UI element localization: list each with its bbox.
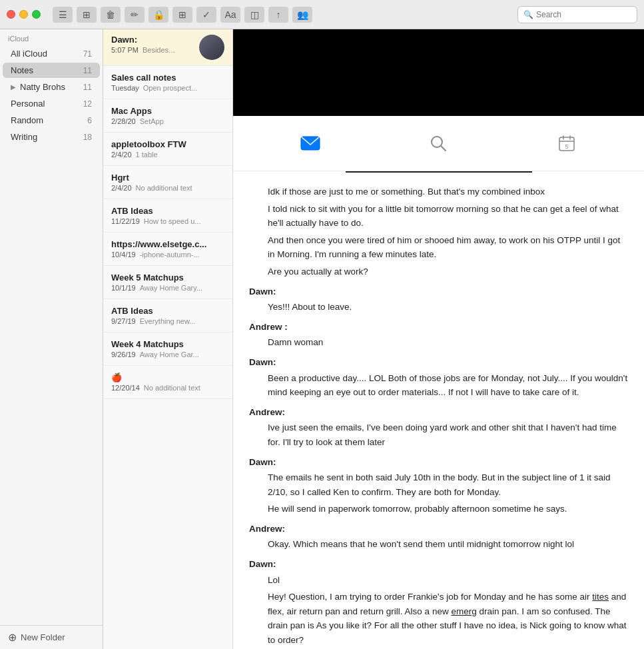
note-meta: 2/28/20 SetApp bbox=[111, 117, 224, 125]
sidebar-item-random[interactable]: Random 6 bbox=[3, 113, 100, 128]
note-action-bar: 5 bbox=[233, 116, 644, 171]
note-preview: -iphone-autumn-... bbox=[140, 251, 200, 259]
note-meta: 10/4/19 -iphone-autumn-... bbox=[111, 251, 224, 259]
plus-icon: ⊕ bbox=[8, 631, 17, 644]
sidebar-toggle-icon[interactable]: ☰ bbox=[53, 7, 73, 23]
message-sender: Dawn: bbox=[249, 285, 628, 299]
note-item-week5[interactable]: Week 5 Matchups 10/1/19 Away Home Gary..… bbox=[103, 266, 232, 299]
font-icon[interactable]: Aa bbox=[220, 7, 240, 23]
message-text: Okay. Which means that he won't send the… bbox=[249, 537, 628, 552]
sidebar-item-personal[interactable]: Personal 12 bbox=[3, 96, 100, 111]
note-item-hgrt[interactable]: Hgrt 2/4/20 No additional text bbox=[103, 166, 232, 199]
sidebar-item-writing[interactable]: Writing 18 bbox=[3, 129, 100, 145]
sidebar-item-count: 18 bbox=[83, 133, 92, 142]
note-meta: 2/4/20 1 table bbox=[111, 151, 224, 159]
avatar bbox=[199, 35, 224, 60]
compose-icon[interactable]: ✏ bbox=[125, 7, 145, 23]
note-meta: 5:07 PM Besides... bbox=[111, 46, 194, 54]
note-meta: 12/20/14 No additional text bbox=[111, 384, 224, 392]
note-item-apple[interactable]: 🍎 12/20/14 No additional text bbox=[103, 366, 232, 399]
sidebar-item-notes[interactable]: Notes 11 bbox=[3, 63, 100, 78]
note-date: 2/4/20 bbox=[111, 184, 132, 192]
search-input[interactable] bbox=[536, 10, 631, 19]
underline-emerg: emerg bbox=[451, 606, 476, 616]
titlebar: ☰ ⊞ 🗑 ✏ 🔒 ⊞ ✓ Aa ◫ ↑ 👥 🔍 bbox=[0, 0, 644, 29]
search-bar[interactable]: 🔍 bbox=[517, 6, 637, 23]
message-text: And then once you were tired of him or s… bbox=[249, 233, 628, 262]
note-item-appletoolbox[interactable]: appletoolbox FTW 2/4/20 1 table bbox=[103, 133, 232, 166]
note-meta: 9/27/19 Everything new... bbox=[111, 317, 224, 325]
message-text: Yes!!! About to leave. bbox=[249, 300, 628, 315]
note-meta: 9/26/19 Away Home Gar... bbox=[111, 350, 224, 358]
share-icon[interactable]: ↑ bbox=[268, 7, 288, 23]
message-text: Been a productive day.... LOL Both of th… bbox=[249, 371, 628, 400]
sidebar-item-natty-brohs[interactable]: ▶ Natty Brohs 11 bbox=[3, 79, 100, 95]
message-sender: Dawn: bbox=[249, 455, 628, 470]
note-title: Mac Apps bbox=[111, 106, 224, 116]
sidebar-item-count: 12 bbox=[83, 99, 92, 109]
note-title: ATB Ideas bbox=[111, 206, 224, 216]
note-preview: Everything new... bbox=[140, 317, 196, 325]
sidebar-item-count: 11 bbox=[83, 66, 92, 75]
note-title: Week 5 Matchups bbox=[111, 273, 224, 283]
note-preview: SetApp bbox=[140, 117, 164, 125]
message-sender: Dawn: bbox=[249, 355, 628, 370]
people-icon[interactable]: 👥 bbox=[292, 7, 312, 23]
note-detail: 5 Idk if those are just to me or somethi… bbox=[233, 29, 644, 649]
sidebar-item-label: Random bbox=[11, 115, 43, 125]
note-date: 10/1/19 bbox=[111, 284, 136, 292]
sidebar-item-all-icloud[interactable]: All iCloud 71 bbox=[3, 46, 100, 61]
sidebar-item-label: Writing bbox=[11, 132, 37, 142]
trash-icon[interactable]: 🗑 bbox=[101, 7, 121, 23]
message-text: Are you actually at work? bbox=[249, 265, 628, 279]
note-preview: No additional text bbox=[136, 184, 192, 192]
search-icon: 🔍 bbox=[523, 10, 533, 19]
lock-icon[interactable]: 🔒 bbox=[149, 7, 168, 23]
maximize-button[interactable] bbox=[32, 10, 41, 19]
message-sender: Andrew : bbox=[249, 320, 628, 334]
close-button[interactable] bbox=[7, 10, 15, 19]
note-item-week4[interactable]: Week 4 Matchups 9/26/19 Away Home Gar... bbox=[103, 332, 232, 366]
note-title: ATB Ideas bbox=[111, 306, 224, 316]
note-preview: No additional text bbox=[144, 384, 200, 392]
note-meta: 11/22/19 How to speed u... bbox=[111, 217, 224, 225]
sidebar-footer: ⊕ New Folder bbox=[0, 625, 103, 649]
new-folder-button[interactable]: ⊕ New Folder bbox=[8, 631, 65, 644]
note-title: Hgrt bbox=[111, 173, 224, 183]
sidebar-item-label: Notes bbox=[11, 65, 33, 75]
note-item-sales[interactable]: Sales call notes Tuesday Open prospect..… bbox=[103, 66, 232, 99]
minimize-button[interactable] bbox=[19, 10, 28, 19]
message-text: He will send in paperwork tomorrow, prob… bbox=[249, 502, 628, 516]
note-list: Dawn: 5:07 PM Besides... Sales call note… bbox=[103, 29, 233, 649]
note-content[interactable]: Idk if those are just to me or something… bbox=[233, 178, 644, 649]
view-options-icon[interactable]: ◫ bbox=[244, 7, 264, 23]
table-icon[interactable]: ⊞ bbox=[172, 7, 192, 23]
main-layout: iCloud All iCloud 71 Notes 11 ▶ Natty Br… bbox=[0, 29, 644, 649]
note-date: 5:07 PM bbox=[111, 46, 139, 54]
note-item-dawn[interactable]: Dawn: 5:07 PM Besides... bbox=[103, 29, 232, 66]
note-header-image bbox=[233, 29, 644, 116]
note-title: appletoolbox FTW bbox=[111, 139, 224, 149]
note-preview: Besides... bbox=[143, 46, 174, 54]
sidebar-item-count: 6 bbox=[87, 116, 92, 125]
svg-line-2 bbox=[441, 146, 446, 151]
note-date: 2/28/20 bbox=[111, 117, 136, 125]
note-item-atb-ideas-1[interactable]: ATB Ideas 11/22/19 How to speed u... bbox=[103, 199, 232, 233]
sidebar-item-label: Natty Brohs bbox=[20, 82, 65, 92]
traffic-lights bbox=[7, 10, 41, 19]
mail-action-icon[interactable] bbox=[294, 127, 327, 160]
grid-view-icon[interactable]: ⊞ bbox=[77, 7, 97, 23]
note-date: 2/4/20 bbox=[111, 151, 132, 159]
new-folder-label: New Folder bbox=[21, 632, 65, 642]
note-item-elsetge[interactable]: https://www.elsetge.c... 10/4/19 -iphone… bbox=[103, 233, 232, 266]
calendar-action-icon[interactable]: 5 bbox=[550, 127, 583, 160]
search-action-icon[interactable] bbox=[422, 127, 455, 160]
svg-text:5: 5 bbox=[565, 143, 568, 150]
message-sender: Andrew: bbox=[249, 522, 628, 536]
checkmark-icon[interactable]: ✓ bbox=[196, 7, 216, 23]
note-item-mac-apps[interactable]: Mac Apps 2/28/20 SetApp bbox=[103, 99, 232, 133]
note-item-atb-ideas-2[interactable]: ATB Ideas 9/27/19 Everything new... bbox=[103, 299, 232, 332]
message-sender: Andrew: bbox=[249, 405, 628, 420]
sidebar: iCloud All iCloud 71 Notes 11 ▶ Natty Br… bbox=[0, 29, 103, 649]
note-preview: Away Home Gary... bbox=[140, 284, 202, 292]
